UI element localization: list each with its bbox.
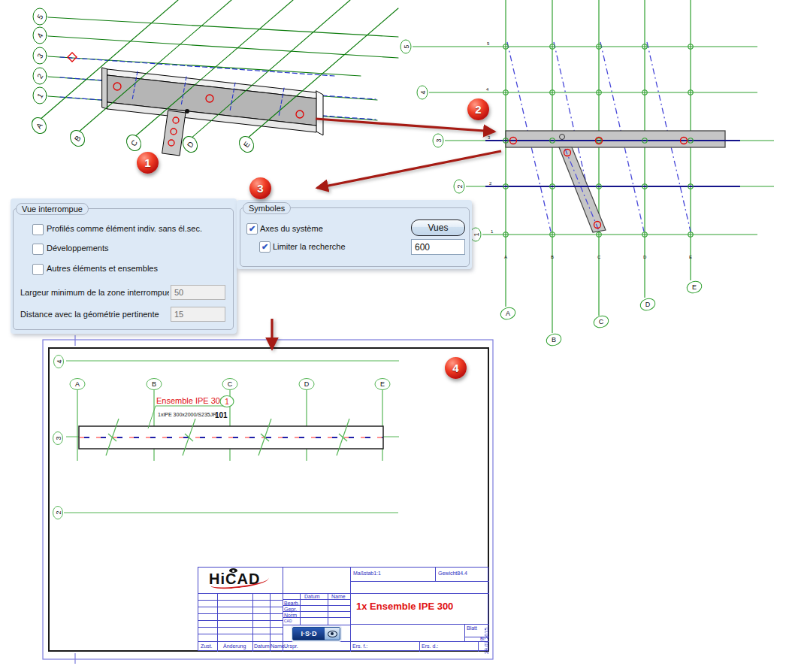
- step-badge-1: 1: [137, 152, 159, 174]
- svg-text:E: E: [692, 283, 697, 291]
- group-title-symboles: Symboles: [243, 202, 291, 214]
- svg-text:E: E: [689, 255, 692, 259]
- svg-text:2: 2: [456, 184, 464, 188]
- plan-view: 5 4 3 2 1 5 4 3 2 1 A B C D E A B C D E: [401, 0, 774, 347]
- tb-massstab: Maßstab1:1: [353, 571, 381, 577]
- svg-text:B: B: [152, 380, 156, 388]
- plan-axis-letter-bubbles: A B C D E: [499, 280, 703, 347]
- svg-text:C: C: [599, 318, 604, 325]
- svg-text:A: A: [75, 380, 80, 388]
- svg-text:D: D: [643, 255, 647, 259]
- iso-axis-number-bubbles: 5 4 3 2 1: [33, 8, 47, 104]
- profile-spec: 1xIPE 300x2000/S235JR: [158, 412, 216, 417]
- checkbox-limiter-recherche-label[interactable]: Limiter la recherche: [273, 242, 346, 251]
- tb-blatt: Blatt: [467, 625, 477, 631]
- tb-description: 1x Ensemble IPE 300: [356, 601, 453, 612]
- svg-text:C: C: [228, 380, 233, 388]
- tb-col-datum: Datum: [304, 594, 320, 600]
- isd-logo: I·S·D: [292, 627, 340, 640]
- isd-eye-icon: [325, 628, 340, 640]
- svg-text:1: 1: [491, 229, 494, 234]
- panel-symboles: Symboles ✔ Axes du système Vues ✔ Limite…: [237, 200, 472, 269]
- assembly-label: Ensemble IPE 300: [156, 396, 225, 405]
- svg-text:A: A: [506, 310, 510, 317]
- tb-row-cad: CAD: [284, 619, 292, 624]
- tb-gewicht: Gewicht84.4: [438, 571, 467, 577]
- tb-row-norm: Norm: [284, 613, 297, 619]
- hicad-doc-screenshot: 5 4 3 2 1 A B C D E: [0, 0, 798, 672]
- tb-ers-f: Ers. f.:: [352, 643, 367, 649]
- svg-text:B: B: [552, 336, 556, 344]
- svg-text:B: B: [551, 255, 554, 259]
- hicad-eye-icon: [229, 568, 237, 573]
- tb-name: Name: [271, 643, 285, 649]
- svg-text:C: C: [597, 255, 601, 259]
- step-badge-4: 4: [445, 357, 467, 379]
- iso-column: [162, 110, 186, 156]
- search-limit-input[interactable]: [411, 239, 465, 255]
- svg-text:A: A: [504, 255, 507, 259]
- arrow-view2-to-dialog: [317, 151, 501, 188]
- svg-text:3: 3: [55, 436, 62, 440]
- panel-vue-interrompue: Vue interrompue Profilés comme élément i…: [11, 198, 237, 334]
- svg-text:5: 5: [403, 44, 410, 48]
- checkbox-profiles-individual[interactable]: [32, 224, 44, 235]
- checkbox-axes-systeme-label[interactable]: Axes du système: [260, 224, 323, 233]
- checkbox-autres-elements-label[interactable]: Autres éléments et ensembles: [47, 264, 158, 273]
- titleblock: HiCAD Datum Name Bearb. Gepr. Norm CAD I…: [198, 567, 488, 651]
- distance-label: Distance avec la géométrie pertinente: [20, 310, 159, 319]
- svg-text:3: 3: [488, 135, 491, 140]
- svg-text:4: 4: [56, 359, 63, 363]
- checkbox-autres-elements[interactable]: [32, 264, 44, 275]
- svg-text:1: 1: [225, 398, 229, 406]
- svg-text:2: 2: [55, 510, 62, 514]
- min-width-label: Largeur minimum de la zone interrompue: [20, 288, 169, 297]
- tb-zust: Zust.: [201, 643, 213, 649]
- checkbox-limiter-recherche[interactable]: ✔: [259, 241, 271, 253]
- checkbox-developpements-label[interactable]: Développements: [47, 244, 109, 253]
- svg-text:D: D: [645, 301, 651, 308]
- tb-col-name: Name: [331, 594, 346, 600]
- step-badge-3: 3: [249, 177, 271, 199]
- step-badge-2: 2: [467, 98, 489, 120]
- min-width-input[interactable]: [171, 285, 225, 300]
- svg-text:2: 2: [489, 181, 492, 186]
- svg-text:1: 1: [473, 232, 480, 236]
- checkmark-icon: ✔: [261, 242, 268, 251]
- iso-view: 5 4 3 2 1 A B C D E: [29, 0, 398, 156]
- group-title-vue-interrompue: Vue interrompue: [16, 203, 89, 215]
- arrow-view1-to-view2: [316, 119, 494, 132]
- hicad-logo: HiCAD: [209, 571, 272, 592]
- vues-button[interactable]: Vues: [411, 219, 465, 236]
- checkbox-profiles-label[interactable]: Profilés comme élément indiv. sans él.se…: [47, 224, 202, 233]
- svg-text:D: D: [304, 380, 310, 388]
- svg-text:4: 4: [419, 90, 427, 94]
- position-number: 101: [215, 411, 228, 419]
- checkbox-developpements[interactable]: [32, 244, 44, 255]
- checkmark-icon: ✔: [249, 224, 255, 233]
- isd-logo-text: I·S·D: [293, 628, 325, 640]
- svg-text:5: 5: [487, 41, 490, 46]
- tb-row-gepr: Gepr.: [284, 607, 297, 613]
- tb-ers-d: Ers. d.:: [422, 643, 438, 649]
- distance-input[interactable]: [171, 307, 225, 322]
- tb-aenderung: Änderung: [223, 643, 246, 649]
- tb-datum: Datum: [254, 643, 270, 649]
- tb-urspr: Urspr.: [284, 643, 298, 649]
- svg-text:3: 3: [435, 138, 443, 142]
- checkbox-axes-systeme[interactable]: ✔: [246, 223, 258, 235]
- svg-text:E: E: [380, 380, 385, 388]
- tb-row-bearb: Bearb.: [284, 601, 300, 607]
- sheet-date: 29.07.2015: [484, 619, 489, 654]
- svg-text:4: 4: [486, 87, 489, 92]
